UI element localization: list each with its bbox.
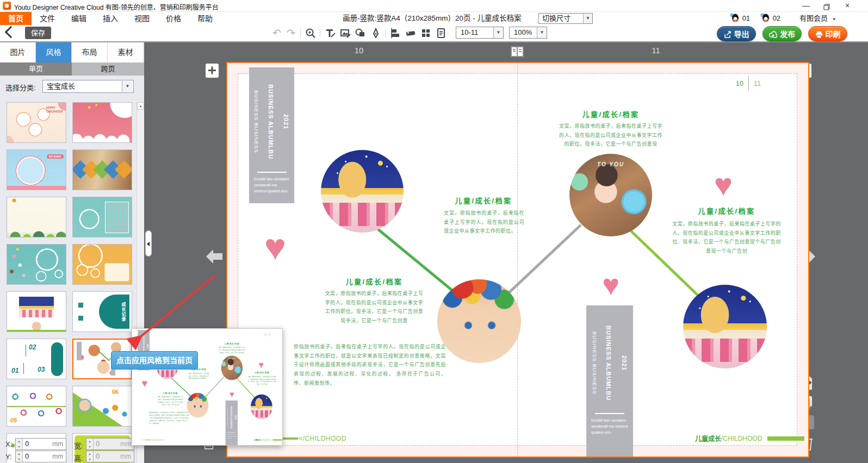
back-button[interactable] [5, 26, 17, 39]
menu-insert[interactable]: 插入 [95, 12, 126, 25]
section-title[interactable]: 儿童/成长/档案 [672, 205, 781, 216]
member-menu[interactable]: 有图会员 ▼ [799, 12, 836, 25]
grid-view-tool[interactable] [420, 27, 432, 39]
girl-photo[interactable]: TO YOU [569, 154, 652, 236]
save-button[interactable]: 保存 [25, 27, 51, 39]
heart-shape[interactable]: ♥ [257, 360, 265, 370]
body-text-e[interactable]: 文案，原指放书的桌子，后来指在桌子上写字的人。现在指的是公司或企业中从事文字工作… [247, 375, 277, 386]
classroom-photo-2[interactable] [683, 285, 767, 368]
undo-button[interactable]: ↶ [271, 27, 283, 39]
zoom-region-tool[interactable] [305, 27, 317, 39]
style-thumbnail-3[interactable]: MY BABY [7, 149, 66, 190]
stepper-up-icon[interactable]: ▲ [16, 451, 22, 456]
style-thumbnail-7[interactable] [7, 244, 66, 285]
add-page-left-button[interactable] [205, 63, 219, 78]
style-thumbnail-2[interactable] [72, 102, 132, 143]
boy-photo[interactable] [187, 393, 208, 418]
body-text-d[interactable]: 文案，原指放书的桌子，后来指在桌子上写字的人。现在指的是公司或企业中从事文字工作… [558, 122, 664, 149]
classroom-photo-2[interactable] [251, 395, 272, 420]
footer-right[interactable]: 儿童成长 /CHILDHOOD [254, 439, 282, 441]
page-range-select[interactable]: 10-11 ▼ [456, 27, 504, 39]
gray-banner-right[interactable]: BUSINESS BUSINESSBUSINESS ALBUMLBU 2021 … [226, 401, 238, 445]
menu-view[interactable]: 视图 [126, 12, 158, 25]
measure-tool[interactable] [405, 27, 417, 39]
style-thumbnail-13[interactable]: 05 [7, 386, 66, 427]
gray-banner-right[interactable]: BUSINESS BUSINESSBUSINESS ALBUMLBU 2021 … [586, 305, 633, 456]
section-title[interactable]: 儿童/成长/档案 [218, 342, 246, 346]
style-thumbnail-5[interactable] [7, 197, 66, 237]
subtab-single-page[interactable]: 单页 [0, 62, 72, 76]
body-text-c[interactable]: 原指放书的桌子，后来指在桌子上写字的人。现在指的是公司或企 事文字工作的职位，就… [150, 411, 189, 425]
section-title[interactable]: 儿童/成长/档案 [442, 195, 525, 205]
style-thumbnail-14[interactable]: 06 [72, 386, 132, 427]
sidebar-collapse-handle[interactable] [145, 230, 152, 256]
girl-photo[interactable]: TO YOU [221, 355, 243, 380]
subtab-spread-page[interactable]: 跨页 [72, 62, 144, 76]
style-thumbnail-9[interactable] [7, 291, 66, 332]
style-thumbnail-6[interactable] [72, 197, 132, 237]
qq-account-2[interactable]: 02 [760, 12, 780, 25]
footer-right[interactable]: 儿童成长 /CHILDHOOD [695, 434, 804, 443]
align-tool[interactable] [389, 27, 401, 39]
publish-button[interactable]: 发布 [762, 26, 802, 41]
body-text-b[interactable]: 文案，原指放书的桌子，后来指在桌子上写字的人。现在指的是公司或企业中从事文字工作… [324, 289, 424, 326]
shape-tool[interactable] [355, 27, 367, 39]
body-text-a[interactable]: 文案，原指放书的桌子，后来指在桌子上写字的人。现在指的是公司或企业中从事文字工作… [188, 372, 209, 380]
stepper-down-icon[interactable]: ▼ [16, 456, 22, 462]
menu-home[interactable]: 首页 [0, 12, 32, 25]
classroom-photo-1[interactable] [321, 150, 404, 233]
window-minimize-button[interactable]: — [798, 0, 814, 11]
menu-price[interactable]: 价格 [158, 12, 189, 25]
switch-size-dropdown[interactable]: 切换尺寸 ▼ [538, 13, 593, 24]
body-text-c[interactable]: 原指放书的桌子，后来指在桌子上写字的人。现在指的是公司或企 事文字工作的职位，就… [294, 342, 446, 387]
heart-shape[interactable]: ♥ [140, 378, 150, 389]
x-stepper[interactable]: ▲▼ [16, 439, 23, 449]
tab-materials[interactable]: 素材 [108, 42, 144, 62]
page-view-tool[interactable] [435, 27, 447, 39]
redo-button[interactable]: ↷ [285, 27, 297, 39]
body-text-d[interactable]: 文案，原指放书的桌子，后来指在桌子上写字的人。现在指的是公司或企业中从事文字工作… [218, 346, 245, 354]
style-thumbnail-11[interactable]: 02 01 03 [7, 339, 66, 379]
tab-pictures[interactable]: 图片 [0, 42, 36, 62]
prev-spread-arrow[interactable] [206, 249, 223, 266]
section-title[interactable]: 儿童/成长/档案 [157, 392, 184, 395]
width-input[interactable]: ▲▼ 0 mm [86, 438, 134, 450]
zoom-level-select[interactable]: 100% ▼ [509, 27, 547, 39]
body-text-a[interactable]: 文案，原指放书的桌子，后来指在桌子上写字的人。现在指的是公司或企业中从事文字工作… [444, 209, 524, 236]
tab-styles[interactable]: 风格 [36, 42, 72, 62]
y-input[interactable]: ▲▼ 0 mm [15, 451, 66, 462]
style-thumbnail-4[interactable] [72, 149, 132, 190]
section-title[interactable]: 儿童/成长/档案 [248, 371, 276, 374]
section-title[interactable]: 儿童/成长/档案 [321, 276, 427, 286]
heart-shape[interactable]: ♥ [708, 170, 739, 200]
scroll-up-button[interactable]: ▲ [137, 102, 144, 110]
category-select[interactable]: 宝宝成长 ▼ [42, 80, 134, 93]
album-spread[interactable]: BUSINESS BUSINESSBUSINESS ALBUMLBU 2021 … [227, 63, 808, 456]
tab-layout[interactable]: 布局 [72, 42, 108, 62]
height-input[interactable]: ▲▼ 0 mm [86, 451, 134, 462]
heart-shape[interactable]: ♥ [258, 229, 293, 264]
boy-photo[interactable] [437, 279, 521, 363]
window-close-button[interactable]: × [840, 0, 855, 11]
footer-left[interactable]: </CHILDHOOD [141, 439, 163, 441]
x-input[interactable]: ▲▼ 0 mm [15, 438, 66, 450]
text-tool[interactable] [324, 27, 336, 39]
stepper-up-icon[interactable]: ▲ [16, 439, 22, 444]
qq-account-1[interactable]: 01 [730, 12, 750, 25]
heart-shape[interactable]: ♥ [228, 390, 236, 398]
stepper-down-icon[interactable]: ▼ [16, 444, 22, 449]
body-text-e[interactable]: 文案，原指放书的桌子，后来指在桌子上写字的人。现在指的是公司或企业中从事文字工作… [671, 220, 783, 256]
spread-view-icon[interactable] [510, 45, 524, 60]
image-tool[interactable] [339, 27, 351, 39]
print-button[interactable]: 印刷 [808, 26, 847, 41]
y-stepper[interactable]: ▲▼ [16, 451, 23, 462]
pen-tool[interactable] [370, 27, 382, 39]
export-button[interactable]: 导出 [717, 26, 756, 41]
body-text-b[interactable]: 文案，原指放书的桌子，后来指在桌子上写字的人。现在指的是公司或企业中从事文字工作… [157, 396, 183, 406]
gray-banner-left[interactable]: BUSINESS BUSINESSBUSINESS ALBUMLBU 2021 … [249, 67, 294, 203]
window-restore-button[interactable] [819, 0, 834, 11]
style-thumbnail-1[interactable]: HAPPY CHILDHOOD [7, 102, 66, 143]
menu-edit[interactable]: 编辑 [63, 12, 95, 25]
section-title[interactable]: 儿童/成长/档案 [556, 109, 665, 119]
heart-shape[interactable]: ♥ [597, 271, 625, 299]
